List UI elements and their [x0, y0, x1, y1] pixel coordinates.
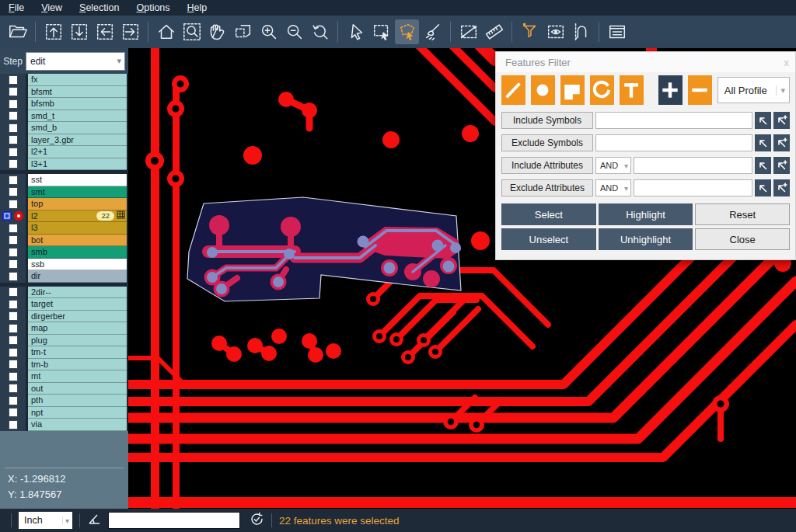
- profile-select[interactable]: All Profile▾: [717, 77, 790, 103]
- zoom-in-icon[interactable]: [257, 19, 281, 44]
- pan-hand-icon[interactable]: [205, 19, 229, 44]
- layer-visibility-checkbox[interactable]: [9, 287, 18, 297]
- text-tool-button[interactable]: [620, 75, 644, 105]
- layer-name[interactable]: l3+1: [28, 158, 127, 171]
- arc-tool-button[interactable]: [590, 75, 614, 105]
- poly-select-icon[interactable]: [395, 19, 419, 44]
- zoom-out-icon[interactable]: [282, 19, 306, 44]
- layer-name[interactable]: mt: [28, 370, 127, 383]
- layer-visibility-checkbox[interactable]: [9, 272, 18, 281]
- layer-visibility-checkbox[interactable]: [9, 396, 18, 405]
- layer-visibility-checkbox[interactable]: [9, 159, 18, 169]
- layer-visibility-checkbox[interactable]: [9, 384, 18, 393]
- home-view-icon[interactable]: [154, 19, 178, 44]
- surface-tool-button[interactable]: [560, 75, 585, 105]
- pan-up-icon[interactable]: [41, 19, 65, 44]
- zoom-window-icon[interactable]: [180, 19, 204, 44]
- layer-visibility-checkbox[interactable]: [9, 259, 18, 269]
- unhighlight-button[interactable]: Unhighlight: [599, 228, 693, 250]
- layer-visibility-checkbox[interactable]: [9, 176, 18, 185]
- layer-visibility-checkbox[interactable]: [9, 408, 18, 417]
- menu-view[interactable]: View: [33, 2, 71, 13]
- layer-name[interactable]: plug: [28, 335, 127, 347]
- pick-add-from-screen-button[interactable]: [773, 179, 790, 196]
- layer-name[interactable]: dir: [28, 270, 127, 283]
- layer-visibility-checkbox[interactable]: [9, 372, 18, 381]
- select-button[interactable]: Select: [501, 203, 596, 225]
- layer-visibility-checkbox[interactable]: [9, 123, 18, 133]
- layer-visibility-checkbox[interactable]: [9, 187, 18, 196]
- layer-name[interactable]: out: [28, 383, 127, 395]
- filter-input[interactable]: [634, 179, 752, 196]
- layer-name[interactable]: npt: [28, 407, 127, 419]
- layer-name[interactable]: ssb: [28, 259, 127, 271]
- clear-brush-icon[interactable]: [421, 19, 445, 44]
- layer-name[interactable]: sst: [28, 174, 127, 186]
- angle-measure-icon[interactable]: [87, 512, 101, 529]
- layer-name[interactable]: map: [28, 322, 127, 335]
- step-select[interactable]: edit ▾: [26, 52, 125, 71]
- pick-from-screen-button[interactable]: [755, 179, 771, 196]
- filter-input[interactable]: [595, 134, 752, 151]
- refresh-check-icon[interactable]: [250, 512, 264, 530]
- layer-name[interactable]: 2dir--: [28, 287, 127, 299]
- layer-visibility-checkbox[interactable]: [9, 300, 18, 309]
- features-filter-icon[interactable]: [518, 19, 542, 44]
- remove-tool-button[interactable]: [688, 75, 712, 105]
- command-input[interactable]: [108, 512, 240, 529]
- layer-name[interactable]: l3: [28, 222, 127, 235]
- close-icon[interactable]: x: [784, 57, 790, 68]
- layer-name[interactable]: layer_3.gbr: [28, 134, 127, 147]
- layer-name[interactable]: target: [28, 298, 127, 311]
- drag-view-icon[interactable]: [231, 19, 255, 44]
- layer-name[interactable]: smd_t: [28, 110, 127, 123]
- pick-from-screen-button[interactable]: [755, 112, 771, 129]
- unselect-button[interactable]: Unselect: [501, 228, 596, 250]
- measure-ruler-icon[interactable]: [482, 19, 506, 44]
- select-cursor-icon[interactable]: [344, 19, 368, 44]
- menu-help[interactable]: Help: [179, 2, 216, 13]
- zoom-previous-icon[interactable]: [308, 19, 332, 44]
- filter-label-button[interactable]: Exclude Symbols: [501, 134, 593, 151]
- layer-visibility-checkbox[interactable]: [2, 211, 12, 221]
- pan-left-icon[interactable]: [93, 19, 117, 44]
- layer-name[interactable]: via: [28, 419, 127, 431]
- filter-label-button[interactable]: Include Symbols: [501, 112, 593, 129]
- layer-visibility-checkbox[interactable]: [9, 224, 18, 233]
- layer-name[interactable]: l2+1: [28, 146, 127, 158]
- menu-file[interactable]: File: [0, 2, 33, 13]
- layer-visibility-checkbox[interactable]: [9, 336, 18, 345]
- layer-visibility-checkbox[interactable]: [9, 348, 18, 357]
- layer-name[interactable]: smd_b: [28, 122, 127, 134]
- layer-name[interactable]: smt: [28, 186, 127, 199]
- pick-from-screen-button[interactable]: [755, 134, 771, 151]
- layer-visibility-checkbox[interactable]: [9, 248, 18, 257]
- add-tool-button[interactable]: [658, 75, 683, 105]
- measure-distance-icon[interactable]: [456, 19, 480, 44]
- layer-visibility-checkbox[interactable]: [9, 235, 18, 245]
- layer-name[interactable]: bfsmt: [28, 86, 127, 99]
- reset-button[interactable]: Reset: [695, 203, 790, 225]
- pick-add-from-screen-button[interactable]: [773, 157, 790, 174]
- layer-name[interactable]: top: [28, 198, 127, 210]
- pick-from-screen-button[interactable]: [755, 157, 771, 174]
- layer-name[interactable]: fx: [28, 74, 127, 86]
- dialog-titlebar[interactable]: Features Filter x: [496, 52, 795, 72]
- rect-select-icon[interactable]: [369, 19, 393, 44]
- layer-visibility-checkbox[interactable]: [9, 324, 18, 333]
- pick-add-from-screen-button[interactable]: [773, 112, 790, 129]
- layer-visibility-checkbox[interactable]: [9, 87, 18, 96]
- logic-select[interactable]: AND▾: [595, 157, 631, 174]
- menu-options[interactable]: Options: [127, 2, 178, 13]
- pad-tool-button[interactable]: [531, 75, 555, 105]
- layer-visibility-checkbox[interactable]: [9, 135, 18, 144]
- unit-select[interactable]: Inch ▾: [19, 512, 72, 529]
- layer-visibility-checkbox[interactable]: [9, 360, 18, 369]
- layer-visibility-checkbox[interactable]: [9, 75, 18, 85]
- layer-name[interactable]: tm-b: [28, 359, 127, 371]
- filter-label-button[interactable]: Include Attributes: [501, 157, 593, 174]
- layer-name[interactable]: dirgerber: [28, 311, 127, 323]
- layer-visibility-checkbox[interactable]: [9, 99, 18, 109]
- layer-name[interactable]: pth: [28, 395, 127, 407]
- logic-select[interactable]: AND▾: [595, 179, 631, 196]
